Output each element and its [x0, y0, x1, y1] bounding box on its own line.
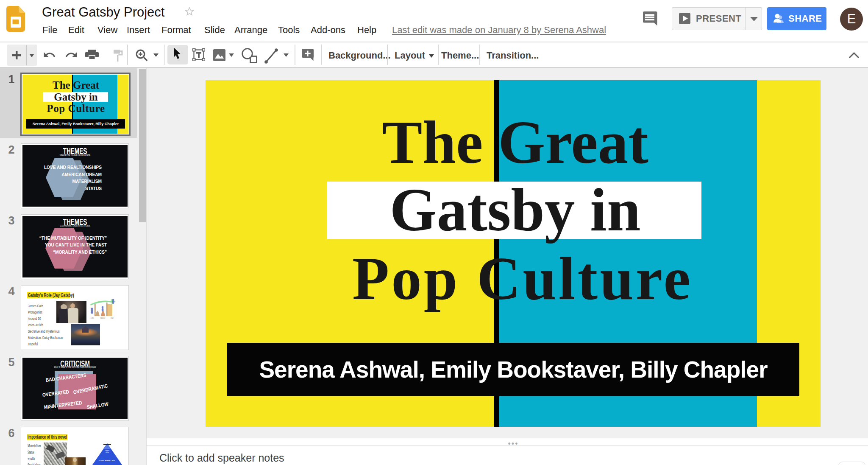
svg-text:MIDDLE: MIDDLE: [100, 317, 105, 319]
svg-text:Lower Middle Class: Lower Middle Class: [99, 459, 115, 462]
svg-text:LOW: LOW: [91, 317, 94, 319]
svg-text:Upper: Upper: [105, 450, 110, 451]
svg-text:class: class: [106, 452, 109, 454]
svg-text:HIGH: HIGH: [111, 317, 114, 319]
